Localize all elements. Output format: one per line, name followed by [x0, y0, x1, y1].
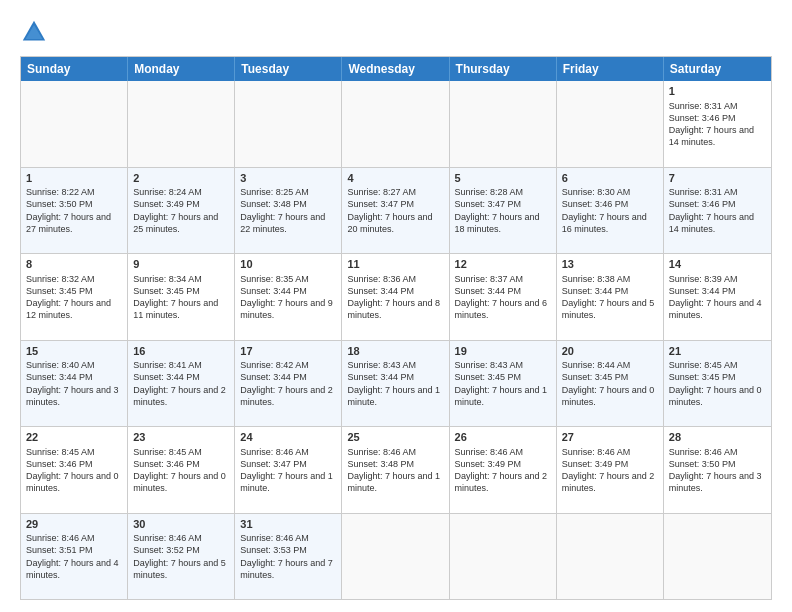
- sunset: Sunset: 3:45 PM: [455, 372, 522, 382]
- sunset: Sunset: 3:49 PM: [562, 459, 629, 469]
- sunrise: Sunrise: 8:31 AM: [669, 187, 738, 197]
- daylight: Daylight: 7 hours and 3 minutes.: [669, 471, 762, 493]
- day-number: 20: [562, 344, 658, 359]
- day-cell-25: 25Sunrise: 8:46 AMSunset: 3:48 PMDayligh…: [342, 427, 449, 513]
- header-day-saturday: Saturday: [664, 57, 771, 81]
- day-cell-1: 1Sunrise: 8:22 AMSunset: 3:50 PMDaylight…: [21, 168, 128, 254]
- day-cell-17: 17Sunrise: 8:42 AMSunset: 3:44 PMDayligh…: [235, 341, 342, 427]
- empty-cell: [342, 81, 449, 167]
- day-cell-3: 3Sunrise: 8:25 AMSunset: 3:48 PMDaylight…: [235, 168, 342, 254]
- sunset: Sunset: 3:44 PM: [562, 286, 629, 296]
- day-cell-29: 29Sunrise: 8:46 AMSunset: 3:51 PMDayligh…: [21, 514, 128, 600]
- sunrise: Sunrise: 8:43 AM: [347, 360, 416, 370]
- day-number: 11: [347, 257, 443, 272]
- daylight: Daylight: 7 hours and 1 minute.: [240, 471, 333, 493]
- day-number: 13: [562, 257, 658, 272]
- daylight: Daylight: 7 hours and 22 minutes.: [240, 212, 325, 234]
- sunrise: Sunrise: 8:42 AM: [240, 360, 309, 370]
- day-number: 29: [26, 517, 122, 532]
- day-cell-31: 31Sunrise: 8:46 AMSunset: 3:53 PMDayligh…: [235, 514, 342, 600]
- sunrise: Sunrise: 8:37 AM: [455, 274, 524, 284]
- day-cell-30: 30Sunrise: 8:46 AMSunset: 3:52 PMDayligh…: [128, 514, 235, 600]
- sunrise: Sunrise: 8:39 AM: [669, 274, 738, 284]
- empty-cell: [557, 514, 664, 600]
- sunrise: Sunrise: 8:45 AM: [669, 360, 738, 370]
- sunrise: Sunrise: 8:36 AM: [347, 274, 416, 284]
- daylight: Daylight: 7 hours and 0 minutes.: [133, 471, 226, 493]
- daylight: Daylight: 7 hours and 0 minutes.: [562, 385, 655, 407]
- daylight: Daylight: 7 hours and 5 minutes.: [133, 558, 226, 580]
- empty-cell: [21, 81, 128, 167]
- empty-cell: [664, 514, 771, 600]
- day-number: 1: [669, 84, 766, 99]
- sunset: Sunset: 3:48 PM: [240, 199, 307, 209]
- daylight: Daylight: 7 hours and 2 minutes.: [240, 385, 333, 407]
- daylight: Daylight: 7 hours and 4 minutes.: [669, 298, 762, 320]
- day-cell-8: 8Sunrise: 8:32 AMSunset: 3:45 PMDaylight…: [21, 254, 128, 340]
- calendar: SundayMondayTuesdayWednesdayThursdayFrid…: [20, 56, 772, 600]
- day-cell-27: 27Sunrise: 8:46 AMSunset: 3:49 PMDayligh…: [557, 427, 664, 513]
- day-number: 19: [455, 344, 551, 359]
- empty-cell: [557, 81, 664, 167]
- day-number: 1: [26, 171, 122, 186]
- sunrise: Sunrise: 8:46 AM: [562, 447, 631, 457]
- sunrise: Sunrise: 8:46 AM: [347, 447, 416, 457]
- day-number: 21: [669, 344, 766, 359]
- day-cell-19: 19Sunrise: 8:43 AMSunset: 3:45 PMDayligh…: [450, 341, 557, 427]
- empty-cell: [128, 81, 235, 167]
- empty-cell: [342, 514, 449, 600]
- sunrise: Sunrise: 8:41 AM: [133, 360, 202, 370]
- sunrise: Sunrise: 8:30 AM: [562, 187, 631, 197]
- daylight: Daylight: 7 hours and 5 minutes.: [562, 298, 655, 320]
- header-day-friday: Friday: [557, 57, 664, 81]
- empty-cell: [450, 514, 557, 600]
- daylight: Daylight: 7 hours and 1 minute.: [347, 385, 440, 407]
- sunrise: Sunrise: 8:27 AM: [347, 187, 416, 197]
- day-number: 28: [669, 430, 766, 445]
- sunrise: Sunrise: 8:46 AM: [26, 533, 95, 543]
- sunset: Sunset: 3:47 PM: [347, 199, 414, 209]
- daylight: Daylight: 7 hours and 11 minutes.: [133, 298, 218, 320]
- sunset: Sunset: 3:45 PM: [26, 286, 93, 296]
- daylight: Daylight: 7 hours and 7 minutes.: [240, 558, 333, 580]
- day-cell-20: 20Sunrise: 8:44 AMSunset: 3:45 PMDayligh…: [557, 341, 664, 427]
- sunrise: Sunrise: 8:46 AM: [240, 533, 309, 543]
- sunrise: Sunrise: 8:22 AM: [26, 187, 95, 197]
- daylight: Daylight: 7 hours and 3 minutes.: [26, 385, 119, 407]
- day-cell-10: 10Sunrise: 8:35 AMSunset: 3:44 PMDayligh…: [235, 254, 342, 340]
- day-number: 24: [240, 430, 336, 445]
- sunrise: Sunrise: 8:43 AM: [455, 360, 524, 370]
- day-number: 16: [133, 344, 229, 359]
- day-number: 17: [240, 344, 336, 359]
- day-number: 25: [347, 430, 443, 445]
- header-day-sunday: Sunday: [21, 57, 128, 81]
- daylight: Daylight: 7 hours and 27 minutes.: [26, 212, 111, 234]
- sunset: Sunset: 3:44 PM: [133, 372, 200, 382]
- day-cell-5: 5Sunrise: 8:28 AMSunset: 3:47 PMDaylight…: [450, 168, 557, 254]
- day-cell-21: 21Sunrise: 8:45 AMSunset: 3:45 PMDayligh…: [664, 341, 771, 427]
- daylight: Daylight: 7 hours and 0 minutes.: [26, 471, 119, 493]
- daylight: Daylight: 7 hours and 16 minutes.: [562, 212, 647, 234]
- daylight: Daylight: 7 hours and 14 minutes.: [669, 125, 754, 147]
- day-cell-24: 24Sunrise: 8:46 AMSunset: 3:47 PMDayligh…: [235, 427, 342, 513]
- daylight: Daylight: 7 hours and 2 minutes.: [133, 385, 226, 407]
- daylight: Daylight: 7 hours and 2 minutes.: [562, 471, 655, 493]
- daylight: Daylight: 7 hours and 12 minutes.: [26, 298, 111, 320]
- sunrise: Sunrise: 8:40 AM: [26, 360, 95, 370]
- sunset: Sunset: 3:46 PM: [562, 199, 629, 209]
- sunrise: Sunrise: 8:45 AM: [133, 447, 202, 457]
- sunset: Sunset: 3:47 PM: [455, 199, 522, 209]
- sunrise: Sunrise: 8:34 AM: [133, 274, 202, 284]
- sunrise: Sunrise: 8:31 AM: [669, 101, 738, 111]
- empty-cell: [235, 81, 342, 167]
- daylight: Daylight: 7 hours and 4 minutes.: [26, 558, 119, 580]
- day-number: 31: [240, 517, 336, 532]
- header: [20, 18, 772, 46]
- day-number: 26: [455, 430, 551, 445]
- day-cell-22: 22Sunrise: 8:45 AMSunset: 3:46 PMDayligh…: [21, 427, 128, 513]
- day-number: 18: [347, 344, 443, 359]
- header-day-thursday: Thursday: [450, 57, 557, 81]
- day-number: 14: [669, 257, 766, 272]
- daylight: Daylight: 7 hours and 1 minute.: [347, 471, 440, 493]
- calendar-row-0: 1Sunrise: 8:31 AMSunset: 3:46 PMDaylight…: [21, 81, 771, 167]
